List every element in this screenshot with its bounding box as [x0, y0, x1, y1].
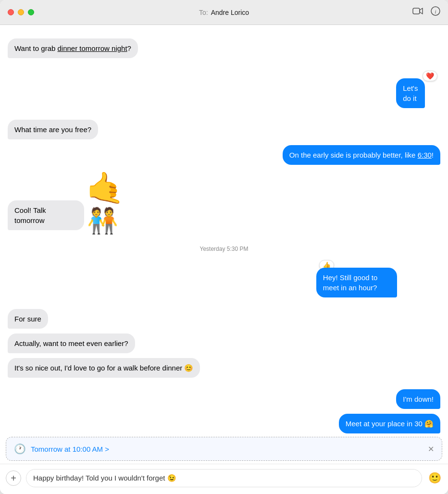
message-row: For sure [8, 309, 440, 329]
incoming-bubble: What time are you free? [8, 120, 98, 139]
message-row: Meet at your place in 30 🤗 [8, 414, 440, 433]
title-bar-recipient: To: Andre Lorico [199, 9, 249, 16]
svg-rect-0 [413, 8, 420, 14]
scheduled-text[interactable]: Tomorrow at 10:00 AM > [31, 445, 423, 453]
minimize-button[interactable] [18, 9, 24, 15]
message-row: What time are you free? [8, 120, 440, 139]
incoming-bubble: Want to grab dinner tomorrow night? [8, 38, 138, 58]
message-row: Actually, want to meet even earlier? [8, 333, 440, 353]
contact-name: Andre Lorico [211, 9, 249, 16]
close-button[interactable] [8, 9, 14, 15]
add-attachments-button[interactable]: + [6, 470, 21, 486]
outgoing-bubble: Hey! Still good to meet in an hour? [316, 268, 397, 297]
messages-window: To: Andre Lorico i Want to grab din [0, 0, 448, 494]
timestamp-divider: Yesterday 5:30 PM [8, 246, 440, 252]
messages-area[interactable]: Want to grab dinner tomorrow night? ❤️ L… [0, 25, 448, 434]
message-row: Want to grab dinner tomorrow night? [8, 38, 440, 58]
traffic-lights [8, 9, 34, 15]
scheduled-close-button[interactable]: ✕ [428, 445, 434, 454]
video-call-icon[interactable] [412, 7, 423, 17]
outgoing-bubble: Let's do it [396, 78, 425, 108]
message-row: 👍 Hey! Still good to meet in an hour? [8, 259, 440, 297]
outgoing-bubble: I'm down! [396, 389, 440, 409]
incoming-bubble: Cool! Talk tomorrow [8, 200, 84, 230]
scheduled-clock-icon: 🕐 [14, 443, 26, 455]
svg-text:i: i [435, 9, 436, 14]
emoji-picker-button[interactable]: 🙂 [427, 470, 442, 486]
plus-icon: + [11, 473, 16, 484]
title-bar-actions: i [412, 6, 440, 18]
message-row: Cool! Talk tomorrow 🤙 🧑‍🤝‍🧑 [8, 173, 440, 230]
incoming-bubble: Actually, want to meet even earlier? [8, 333, 135, 353]
maximize-button[interactable] [28, 9, 34, 15]
incoming-bubble: It's so nice out, I'd love to go for a w… [8, 358, 200, 378]
title-bar: To: Andre Lorico i [0, 0, 448, 25]
message-row: ❤️ Let's do it [8, 70, 440, 108]
to-label: To: [199, 9, 208, 16]
message-input[interactable]: Happy birthday! Told you I wouldn't forg… [26, 469, 422, 487]
info-icon[interactable]: i [431, 6, 440, 18]
outgoing-bubble: Meet at your place in 30 🤗 [339, 414, 440, 433]
message-row: I'm down! [8, 389, 440, 409]
message-input-text: Happy birthday! Told you I wouldn't forg… [33, 474, 176, 482]
input-bar: + Happy birthday! Told you I wouldn't fo… [0, 464, 448, 494]
emoji-icon: 🙂 [428, 472, 441, 484]
outgoing-bubble: On the early side is probably better, li… [283, 145, 440, 165]
tapback-heart: ❤️ [423, 71, 437, 81]
memoji-sticker: 🤙 🧑‍🤝‍🧑 [86, 173, 124, 234]
scheduled-bar: 🕐 Tomorrow at 10:00 AM > ✕ [6, 437, 442, 461]
incoming-bubble: For sure [8, 309, 48, 329]
message-row: It's so nice out, I'd love to go for a w… [8, 358, 440, 378]
message-row: On the early side is probably better, li… [8, 145, 440, 165]
